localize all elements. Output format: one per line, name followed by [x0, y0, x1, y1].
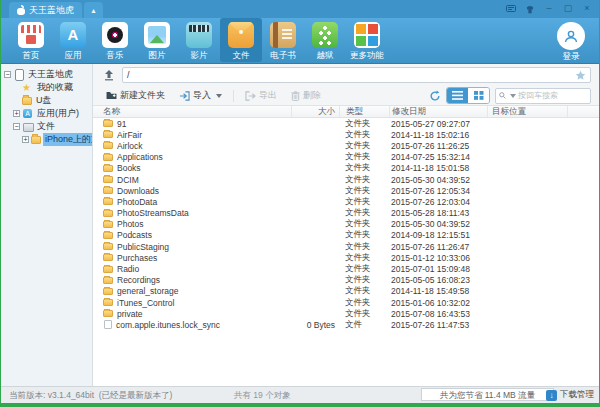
file-date: 2015-05-28 18:11:43	[389, 208, 487, 218]
nav-item-label: 越狱	[317, 50, 334, 62]
file-type: 文件夹	[339, 297, 389, 309]
table-row[interactable]: iTunes_Control文件夹2015-01-06 10:32:02	[93, 297, 599, 308]
column-filler	[567, 106, 599, 117]
more-icon	[354, 22, 380, 48]
folder-icon	[103, 232, 113, 239]
table-row[interactable]: Radio文件夹2015-07-01 15:09:48	[93, 263, 599, 274]
list-view-button[interactable]	[447, 88, 468, 103]
file-type: 文件夹	[339, 252, 389, 264]
sidebar-item-label: U盘	[34, 94, 54, 107]
collapse-icon[interactable]: −	[13, 123, 20, 130]
table-row[interactable]: Airlock文件夹2015-07-26 11:26:25	[93, 140, 599, 151]
file-name: Recordings	[117, 275, 160, 285]
device-tab[interactable]: 天王盖地虎	[9, 2, 82, 18]
sidebar-item[interactable]: 我的收藏	[1, 81, 92, 94]
table-row[interactable]: private文件夹2015-07-08 16:43:53	[93, 308, 599, 319]
sidebar-item[interactable]: −天王盖地虎	[1, 68, 92, 81]
table-row[interactable]: general_storage文件夹2014-11-18 15:49:58	[93, 286, 599, 297]
table-row[interactable]: AirFair文件夹2014-11-18 15:02:16	[93, 129, 599, 140]
folder-icon	[103, 254, 113, 261]
sidebar-item[interactable]: −文件	[1, 120, 92, 133]
import-label: 导入	[193, 89, 211, 102]
file-name: iTunes_Control	[117, 298, 174, 308]
table-row[interactable]: PhotoData文件夹2015-07-26 12:03:04	[93, 196, 599, 207]
folder-up-button[interactable]	[101, 67, 117, 83]
nav-item-files[interactable]: 文件	[220, 18, 262, 62]
collapse-icon[interactable]: −	[4, 71, 11, 78]
file-name: DCIM	[117, 175, 139, 185]
file-date: 2015-01-12 10:33:06	[389, 253, 487, 263]
grid-view-button[interactable]	[468, 88, 489, 103]
folder-icon	[103, 310, 113, 317]
skin-icon[interactable]	[524, 3, 536, 14]
table-row[interactable]: Purchases文件夹2015-01-12 10:33:06	[93, 252, 599, 263]
table-row[interactable]: Photos文件夹2015-05-30 04:39:52	[93, 219, 599, 230]
feedback-icon[interactable]	[505, 3, 517, 13]
table-row[interactable]: PhotoStreamsData文件夹2015-05-28 18:11:43	[93, 208, 599, 219]
favorite-star-icon[interactable]	[575, 70, 586, 81]
nav-item-video[interactable]: 影片	[178, 18, 220, 62]
apple-icon	[17, 6, 25, 15]
nav-item-jailbreak[interactable]: 越狱	[304, 18, 346, 62]
column-header-size[interactable]: 大小	[291, 106, 339, 117]
download-manager-button[interactable]: ↓ 下载管理	[546, 389, 594, 401]
file-date: 2015-01-06 10:32:02	[389, 298, 487, 308]
refresh-icon[interactable]	[429, 90, 441, 102]
search-input[interactable]	[518, 91, 587, 100]
sidebar-item[interactable]: U盘	[1, 94, 92, 107]
nav-item-home[interactable]: 首页	[10, 18, 52, 62]
traffic-savings: 共为您节省 11.4 MB 流量	[421, 388, 554, 401]
file-name: com.apple.itunes.lock_sync	[116, 320, 220, 330]
folder-icon	[103, 277, 113, 284]
table-row[interactable]: Downloads文件夹2015-07-26 12:05:34	[93, 185, 599, 196]
minimize-button[interactable]: –	[543, 2, 555, 14]
expand-icon[interactable]: +	[22, 136, 29, 143]
sidebar-item[interactable]: +应用(用户)	[1, 107, 92, 120]
column-header-name[interactable]: 名称	[93, 106, 291, 117]
nav-item-more[interactable]: 更多功能	[346, 18, 388, 62]
nav-item-ebook[interactable]: 电子书	[262, 18, 304, 62]
delete-button[interactable]: 删除	[286, 88, 326, 104]
file-date: 2015-05-27 09:27:07	[389, 119, 487, 129]
video-icon	[186, 22, 212, 48]
table-row[interactable]: DCIM文件夹2015-05-30 04:39:52	[93, 174, 599, 185]
nav-item-photos[interactable]: 图片	[136, 18, 178, 62]
folder-icon	[103, 210, 113, 217]
folder-icon	[103, 131, 113, 138]
path-value: /	[127, 70, 575, 80]
table-row[interactable]: PublicStaging文件夹2015-07-26 11:26:47	[93, 241, 599, 252]
column-header-date[interactable]: 修改日期	[389, 106, 487, 117]
sidebar-item[interactable]: +iPhone上的文件	[1, 133, 92, 146]
table-row[interactable]: com.apple.itunes.lock_sync0 Bytes文件2015-…	[93, 319, 599, 330]
file-name: Purchases	[117, 253, 157, 263]
folder-icon	[103, 187, 113, 194]
table-row[interactable]: Podcasts文件夹2014-09-18 12:15:51	[93, 230, 599, 241]
path-input[interactable]: /	[122, 67, 591, 83]
nav-items: 首页应用音乐图片影片文件电子书越狱更多功能	[10, 18, 388, 62]
file-date: 2015-07-01 15:09:48	[389, 264, 487, 274]
export-button[interactable]: 导出	[240, 88, 282, 104]
table-row[interactable]: Recordings文件夹2015-05-05 16:08:23	[93, 275, 599, 286]
window-controls: – ▢ ×	[505, 2, 593, 14]
file-date: 2015-07-26 12:03:04	[389, 197, 487, 207]
status-bar: 当前版本: v3.1.4_64bit (已经是最新版本了) 共有 19 个对象 …	[1, 386, 599, 403]
import-button[interactable]: 导入	[174, 88, 227, 104]
new-folder-button[interactable]: 新建文件夹	[101, 88, 170, 104]
eject-tab[interactable]: ▲	[84, 2, 103, 18]
list-empty-area	[93, 331, 599, 386]
login-button[interactable]: 登录	[557, 22, 585, 63]
table-row[interactable]: Books文件夹2014-11-18 15:01:58	[93, 163, 599, 174]
table-row[interactable]: Applications文件夹2014-07-25 15:32:14	[93, 152, 599, 163]
expand-icon[interactable]: +	[13, 110, 20, 117]
folder-icon	[103, 243, 113, 250]
login-label: 登录	[563, 51, 580, 63]
column-header-target[interactable]: 目标位置	[487, 106, 567, 117]
nav-item-music[interactable]: 音乐	[94, 18, 136, 62]
nav-item-apps[interactable]: 应用	[52, 18, 94, 62]
table-row[interactable]: 91文件夹2015-05-27 09:27:07	[93, 118, 599, 129]
close-button[interactable]: ×	[581, 2, 593, 14]
sidebar-tree: −天王盖地虎我的收藏U盘+应用(用户)−文件+iPhone上的文件	[1, 64, 93, 386]
search-icon	[499, 91, 506, 100]
maximize-button[interactable]: ▢	[562, 2, 574, 14]
column-header-type[interactable]: 类型	[339, 106, 389, 117]
